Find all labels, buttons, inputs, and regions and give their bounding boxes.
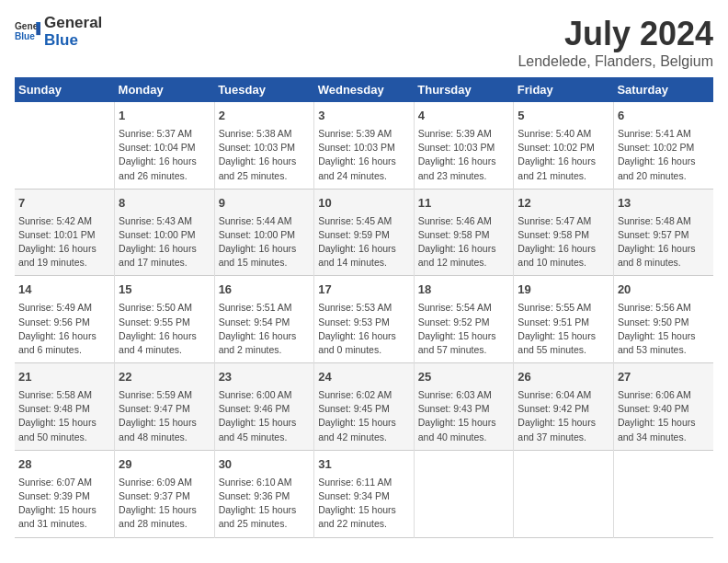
calendar-header-monday: Monday [115, 77, 215, 102]
calendar-cell: 27Sunrise: 6:06 AMSunset: 9:40 PMDayligh… [613, 363, 713, 451]
cell-line: Daylight: 15 hours [18, 416, 110, 430]
cell-line: Sunrise: 5:49 AM [18, 301, 110, 315]
calendar-header-saturday: Saturday [613, 77, 713, 102]
day-number: 4 [418, 108, 510, 125]
calendar-table: SundayMondayTuesdayWednesdayThursdayFrid… [15, 77, 713, 538]
cell-line: Daylight: 15 hours [418, 329, 510, 343]
cell-line: Daylight: 15 hours [219, 416, 311, 430]
logo-blue-text: Blue [44, 32, 102, 50]
cell-line: Daylight: 15 hours [518, 329, 609, 343]
cell-line: Daylight: 16 hours [518, 155, 609, 168]
calendar-cell: 24Sunrise: 6:02 AMSunset: 9:45 PMDayligh… [314, 363, 415, 451]
calendar-week-row: 28Sunrise: 6:07 AMSunset: 9:39 PMDayligh… [15, 450, 713, 537]
cell-line: Sunset: 10:02 PM [618, 141, 710, 155]
calendar-week-row: 21Sunrise: 5:58 AMSunset: 9:48 PMDayligh… [15, 363, 713, 451]
cell-line: and 31 minutes. [18, 517, 110, 531]
cell-line: Sunset: 9:51 PM [518, 316, 609, 329]
day-number: 1 [119, 108, 210, 125]
cell-line: Daylight: 15 hours [618, 329, 710, 343]
cell-line: Daylight: 16 hours [318, 242, 410, 256]
calendar-cell: 15Sunrise: 5:50 AMSunset: 9:55 PMDayligh… [115, 276, 215, 363]
calendar-header-thursday: Thursday [414, 77, 514, 102]
logo-general-text: General [44, 15, 102, 32]
cell-line: Sunset: 9:54 PM [219, 316, 311, 329]
calendar-cell: 11Sunrise: 5:46 AMSunset: 9:58 PMDayligh… [414, 189, 514, 276]
day-number: 24 [318, 369, 410, 386]
cell-line: Sunrise: 5:42 AM [18, 214, 110, 228]
calendar-cell: 17Sunrise: 5:53 AMSunset: 9:53 PMDayligh… [314, 276, 415, 363]
calendar-header-sunday: Sunday [15, 77, 115, 102]
calendar-cell: 30Sunrise: 6:10 AMSunset: 9:36 PMDayligh… [214, 450, 314, 537]
cell-line: Sunset: 9:55 PM [119, 316, 210, 329]
day-number: 26 [518, 369, 609, 386]
cell-line: Sunrise: 6:06 AM [618, 388, 710, 402]
cell-line: Sunset: 9:47 PM [119, 402, 210, 416]
cell-line: Sunrise: 6:07 AM [18, 476, 110, 489]
cell-line: and 12 minutes. [418, 256, 510, 270]
cell-line: Sunrise: 5:40 AM [518, 127, 609, 141]
calendar-cell: 13Sunrise: 5:48 AMSunset: 9:57 PMDayligh… [613, 189, 713, 276]
cell-line: Daylight: 16 hours [418, 155, 510, 168]
cell-line: Sunrise: 6:10 AM [219, 476, 311, 489]
cell-line: and 28 minutes. [119, 517, 210, 531]
cell-line: Daylight: 16 hours [219, 155, 311, 168]
day-number: 27 [618, 369, 710, 386]
day-number: 10 [318, 195, 410, 213]
calendar-cell: 14Sunrise: 5:49 AMSunset: 9:56 PMDayligh… [15, 276, 115, 363]
day-number: 15 [119, 282, 210, 299]
calendar-cell: 5Sunrise: 5:40 AMSunset: 10:02 PMDayligh… [514, 102, 614, 189]
cell-line: Sunrise: 5:37 AM [119, 127, 210, 141]
cell-line: Sunrise: 5:54 AM [418, 301, 510, 315]
calendar-cell: 3Sunrise: 5:39 AMSunset: 10:03 PMDayligh… [314, 102, 415, 189]
cell-line: Daylight: 16 hours [618, 242, 710, 256]
cell-line: Sunset: 9:34 PM [318, 489, 410, 503]
day-number: 11 [418, 195, 510, 213]
calendar-cell: 29Sunrise: 6:09 AMSunset: 9:37 PMDayligh… [115, 450, 215, 537]
cell-line: Sunrise: 6:11 AM [318, 476, 410, 489]
calendar-week-row: 14Sunrise: 5:49 AMSunset: 9:56 PMDayligh… [15, 276, 713, 363]
cell-line: Sunrise: 5:39 AM [318, 127, 410, 141]
cell-line: Sunset: 9:52 PM [418, 316, 510, 329]
cell-line: Daylight: 16 hours [219, 329, 311, 343]
cell-line: Daylight: 15 hours [318, 416, 410, 430]
page-subtitle: Lendelede, Flanders, Belgium [518, 53, 713, 70]
calendar-cell: 23Sunrise: 6:00 AMSunset: 9:46 PMDayligh… [214, 363, 314, 451]
calendar-cell: 9Sunrise: 5:44 AMSunset: 10:00 PMDayligh… [214, 189, 314, 276]
cell-line: Daylight: 16 hours [119, 155, 210, 168]
calendar-header-friday: Friday [514, 77, 614, 102]
cell-line: Sunset: 10:04 PM [119, 141, 210, 155]
cell-line: and 17 minutes. [119, 256, 210, 270]
calendar-header-tuesday: Tuesday [214, 77, 314, 102]
cell-line: Daylight: 15 hours [18, 503, 110, 517]
cell-line: Daylight: 15 hours [119, 416, 210, 430]
logo-icon: General Blue [15, 19, 40, 45]
cell-line: Daylight: 16 hours [119, 242, 210, 256]
cell-line: Daylight: 15 hours [119, 503, 210, 517]
cell-line: Sunset: 9:58 PM [518, 228, 609, 242]
day-number: 29 [119, 456, 210, 474]
calendar-cell: 22Sunrise: 5:59 AMSunset: 9:47 PMDayligh… [115, 363, 215, 451]
calendar-cell: 7Sunrise: 5:42 AMSunset: 10:01 PMDayligh… [15, 189, 115, 276]
cell-line: and 21 minutes. [518, 169, 609, 183]
cell-line: and 4 minutes. [119, 343, 210, 357]
calendar-cell: 31Sunrise: 6:11 AMSunset: 9:34 PMDayligh… [314, 450, 415, 537]
svg-text:Blue: Blue [15, 30, 35, 40]
day-number: 30 [219, 456, 311, 474]
cell-line: Sunset: 10:00 PM [219, 228, 311, 242]
day-number: 19 [518, 282, 609, 299]
logo: General Blue General Blue [15, 15, 102, 49]
cell-line: Sunset: 9:48 PM [18, 402, 110, 416]
cell-line: Daylight: 15 hours [418, 416, 510, 430]
cell-line: Sunset: 9:57 PM [618, 228, 710, 242]
cell-line: Sunrise: 5:55 AM [518, 301, 609, 315]
cell-line: and 10 minutes. [518, 256, 609, 270]
cell-line: Sunset: 9:46 PM [219, 402, 311, 416]
cell-line: Sunrise: 5:41 AM [618, 127, 710, 141]
calendar-cell: 1Sunrise: 5:37 AMSunset: 10:04 PMDayligh… [115, 102, 215, 189]
calendar-header-row: SundayMondayTuesdayWednesdayThursdayFrid… [15, 77, 713, 102]
cell-line: Sunset: 9:50 PM [618, 316, 710, 329]
day-number: 22 [119, 369, 210, 386]
cell-line: and 2 minutes. [219, 343, 311, 357]
cell-line: Daylight: 16 hours [119, 329, 210, 343]
cell-line: Sunset: 10:03 PM [318, 141, 410, 155]
